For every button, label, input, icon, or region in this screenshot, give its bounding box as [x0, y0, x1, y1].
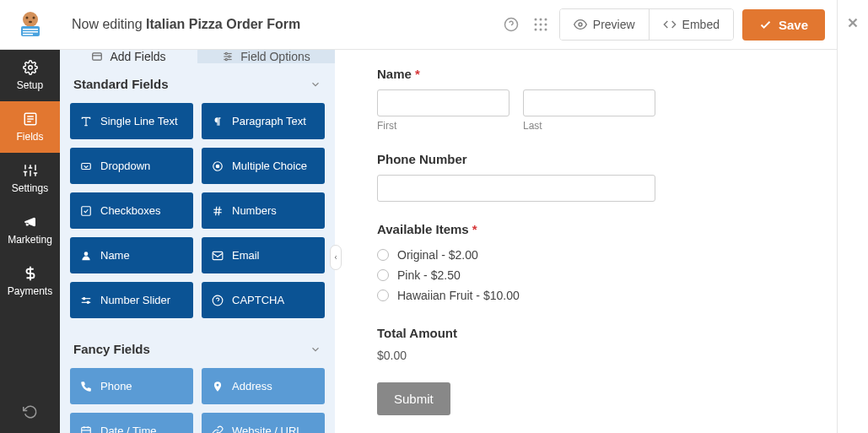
field-type-icon: [212, 381, 224, 392]
field-type-captcha[interactable]: CAPTCHA: [202, 282, 325, 318]
nav-payments[interactable]: Payments: [0, 256, 60, 307]
field-type-icon: [80, 381, 92, 392]
svg-point-1: [25, 17, 28, 19]
svg-rect-7: [23, 34, 33, 35]
svg-rect-56: [213, 252, 223, 259]
svg-rect-5: [23, 29, 38, 30]
nav-history[interactable]: [0, 391, 60, 433]
check-icon: [759, 19, 772, 31]
chevron-down-icon: [310, 344, 321, 355]
history-icon: [23, 404, 38, 419]
chevron-left-icon: [332, 253, 339, 262]
nav-settings[interactable]: Settings: [0, 153, 60, 204]
nav-marketing[interactable]: Marketing: [0, 204, 60, 256]
svg-point-3: [29, 21, 32, 24]
field-type-icon: [80, 250, 92, 262]
svg-point-0: [23, 12, 38, 27]
svg-point-27: [544, 19, 547, 21]
grid-icon[interactable]: [531, 14, 551, 35]
embed-button[interactable]: Embed: [649, 9, 733, 40]
nav-fields[interactable]: Fields: [0, 101, 60, 153]
field-type-icon: [212, 250, 224, 262]
sliders-icon: [23, 163, 38, 178]
field-options-icon: [222, 51, 234, 62]
svg-line-53: [216, 206, 217, 215]
available-item-option[interactable]: Hawaiian Fruit - $10.00: [377, 285, 795, 306]
form-field-total[interactable]: Total Amount $0.00: [377, 326, 795, 362]
field-type-email[interactable]: Email: [202, 237, 325, 273]
field-type-dropdown[interactable]: Dropdown: [70, 148, 193, 184]
eye-icon: [574, 18, 587, 31]
total-value: $0.00: [377, 349, 795, 362]
field-type-numbers[interactable]: Numbers: [202, 192, 325, 229]
form-field-phone[interactable]: Phone Number: [377, 152, 795, 202]
svg-point-60: [87, 301, 89, 303]
svg-point-26: [539, 19, 542, 21]
svg-point-44: [225, 58, 227, 60]
svg-point-2: [32, 17, 35, 19]
submit-button[interactable]: Submit: [377, 382, 450, 415]
save-button[interactable]: Save: [742, 9, 825, 41]
field-type-icon: [212, 116, 224, 127]
field-type-name[interactable]: Name: [70, 237, 193, 273]
chevron-down-icon: [310, 78, 321, 90]
section-fancy-fields[interactable]: Fancy Fields: [60, 328, 335, 368]
field-type-address[interactable]: Address: [202, 368, 325, 404]
close-button[interactable]: [845, 15, 860, 30]
help-icon[interactable]: [500, 14, 522, 35]
svg-point-55: [84, 252, 89, 256]
svg-point-32: [539, 29, 542, 31]
field-type-paragraph-text[interactable]: Paragraph Text: [202, 103, 325, 139]
field-type-single-line-text[interactable]: Single Line Text: [70, 103, 193, 139]
section-standard-fields[interactable]: Standard Fields: [60, 63, 335, 103]
field-type-icon: [80, 116, 92, 127]
megaphone-icon: [23, 214, 38, 230]
svg-point-33: [544, 29, 547, 31]
svg-point-49: [216, 165, 219, 168]
svg-point-43: [229, 56, 230, 57]
field-type-icon: [80, 295, 92, 306]
svg-point-59: [84, 297, 85, 299]
logo: [0, 0, 60, 50]
form-icon: [23, 111, 38, 127]
add-fields-icon: [91, 51, 103, 62]
collapse-sidebar-button[interactable]: [330, 245, 342, 270]
field-type-icon: [212, 160, 224, 172]
radio-icon: [377, 269, 389, 281]
field-type-checkboxes[interactable]: Checkboxes: [70, 192, 193, 229]
field-type-icon: [212, 425, 224, 434]
editing-text: Now editing Italian Pizza Order Form: [72, 17, 300, 32]
phone-input[interactable]: [377, 175, 655, 202]
form-name[interactable]: Italian Pizza Order Form: [146, 17, 300, 31]
form-field-items[interactable]: Available Items * Original - $2.00Pink -…: [377, 222, 795, 306]
available-item-option[interactable]: Original - $2.00: [377, 245, 795, 265]
field-type-website-url[interactable]: Website / URL: [202, 413, 325, 433]
gear-icon: [23, 60, 38, 75]
dollar-icon: [23, 266, 38, 281]
field-type-icon: [212, 295, 224, 306]
field-type-phone[interactable]: Phone: [70, 368, 193, 404]
tab-add-fields[interactable]: Add Fields: [60, 50, 197, 63]
nav-setup[interactable]: Setup: [0, 50, 60, 101]
field-type-multiple-choice[interactable]: Multiple Choice: [202, 148, 325, 184]
svg-point-42: [225, 52, 227, 54]
svg-rect-6: [23, 31, 38, 33]
svg-point-31: [534, 29, 536, 31]
svg-point-34: [579, 23, 582, 26]
radio-icon: [377, 249, 389, 261]
svg-rect-50: [82, 206, 91, 215]
field-type-icon: [80, 425, 92, 434]
svg-point-8: [28, 66, 32, 70]
field-type-icon: [80, 160, 92, 172]
form-field-name[interactable]: Name * First Last: [377, 67, 795, 132]
first-sublabel: First: [377, 120, 509, 132]
available-item-option[interactable]: Pink - $2.50: [377, 265, 795, 285]
field-type-date-time[interactable]: Date / Time: [70, 413, 193, 433]
last-name-input[interactable]: [523, 89, 655, 116]
field-type-number-slider[interactable]: Number Slider: [70, 282, 193, 318]
radio-icon: [377, 290, 389, 301]
svg-line-54: [218, 206, 219, 215]
first-name-input[interactable]: [377, 89, 509, 116]
preview-button[interactable]: Preview: [560, 9, 649, 40]
tab-field-options[interactable]: Field Options: [197, 50, 335, 63]
